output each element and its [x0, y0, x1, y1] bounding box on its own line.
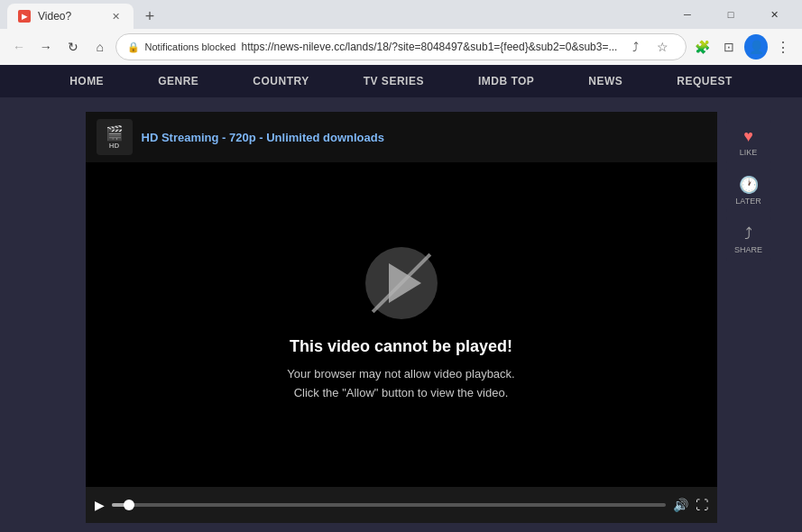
video-title: HD Streaming - 720p - Unlimited download… [142, 131, 384, 144]
hd-label: HD [109, 142, 120, 150]
video-controls: ▶ 🔊 ⛶ [86, 487, 717, 523]
site-navbar: HOME GENRE COUNTRY TV SERIES IMDB TOP NE… [0, 65, 802, 97]
nav-tv-series[interactable]: TV SERIES [336, 65, 451, 97]
like-button[interactable]: ♥ LIKE [726, 119, 771, 164]
volume-button[interactable]: 🔊 [673, 498, 688, 512]
nav-country[interactable]: COUNTRY [226, 65, 336, 97]
bookmark-button[interactable]: ☆ [650, 34, 675, 60]
tabs-area: ▶ Video? ✕ + [7, 0, 667, 29]
share-page-button[interactable]: ⤴ [622, 34, 648, 60]
later-button[interactable]: 🕐 LATER [726, 168, 771, 213]
share-icon: ⤴ [744, 225, 752, 243]
window-controls: ─ □ ✕ [667, 0, 795, 29]
home-button[interactable]: ⌂ [88, 34, 112, 60]
address-bar[interactable]: 🔒 Notifications blocked https://news-nil… [115, 33, 687, 60]
nav-home[interactable]: HOME [42, 65, 131, 97]
address-icons: ⤴ ☆ [622, 34, 675, 60]
url-text: https://news-nileve.cc/lands/18/?site=80… [241, 41, 617, 53]
title-bar: ▶ Video? ✕ + ─ □ ✕ [0, 0, 802, 29]
tab-close-button[interactable]: ✕ [108, 9, 123, 23]
active-tab[interactable]: ▶ Video? ✕ [7, 4, 134, 29]
video-error-title: This video cannot be played! [290, 337, 512, 356]
share-button[interactable]: ⤴ SHARE [726, 216, 771, 261]
back-button[interactable]: ← [7, 34, 31, 60]
clock-icon: 🕐 [739, 175, 759, 195]
film-reel-icon: 🎬 [106, 124, 124, 142]
nav-news[interactable]: NEWS [561, 65, 650, 97]
play-blocked-icon [365, 247, 438, 319]
browser-chrome: ▶ Video? ✕ + ─ □ ✕ ← → ↻ ⌂ 🔒 Notificatio… [0, 0, 802, 65]
tab-title: Video? [38, 10, 101, 23]
nav-genre[interactable]: GENRE [131, 65, 226, 97]
forward-button[interactable]: → [34, 34, 58, 60]
notification-blocked-label: Notifications blocked [145, 41, 236, 52]
nav-request[interactable]: REQUEST [650, 65, 760, 97]
video-error-subtitle: Your browser may not allow video playbac… [287, 365, 514, 403]
progress-thumb [124, 500, 134, 510]
later-label: LATER [735, 197, 761, 206]
share-label: SHARE [734, 245, 762, 254]
video-side-buttons: ♥ LIKE 🕐 LATER ⤴ SHARE [726, 119, 771, 261]
tab-favicon: ▶ [18, 10, 31, 23]
refresh-button[interactable]: ↻ [61, 34, 85, 60]
video-container: 🎬 HD HD Streaming - 720p - Unlimited dow… [86, 112, 717, 523]
video-body[interactable]: This video cannot be played! Your browse… [86, 162, 717, 487]
play-button[interactable]: ▶ [95, 498, 105, 512]
like-label: LIKE [740, 148, 758, 157]
slash-line [371, 252, 430, 312]
profile-button[interactable]: 👤 [744, 34, 768, 60]
split-view-button[interactable]: ⊡ [717, 34, 741, 60]
video-top-bar: 🎬 HD HD Streaming - 720p - Unlimited dow… [86, 112, 717, 162]
address-bar-row: ← → ↻ ⌂ 🔒 Notifications blocked https://… [0, 29, 802, 65]
nav-imdb-top[interactable]: IMDB TOP [451, 65, 561, 97]
progress-bar[interactable] [112, 503, 666, 507]
lock-icon: 🔒 [127, 41, 140, 53]
site-content: 🎬 HD HD Streaming - 720p - Unlimited dow… [0, 97, 802, 532]
maximize-button[interactable]: □ [710, 0, 751, 29]
close-button[interactable]: ✕ [753, 0, 795, 29]
browser-menu-button[interactable]: ⋮ [771, 34, 795, 60]
new-tab-button[interactable]: + [137, 4, 162, 29]
extensions-button[interactable]: 🧩 [690, 34, 714, 60]
heart-icon: ♥ [743, 127, 753, 146]
fullscreen-button[interactable]: ⛶ [696, 498, 708, 512]
minimize-button[interactable]: ─ [667, 0, 708, 29]
hd-icon: 🎬 HD [97, 119, 133, 155]
